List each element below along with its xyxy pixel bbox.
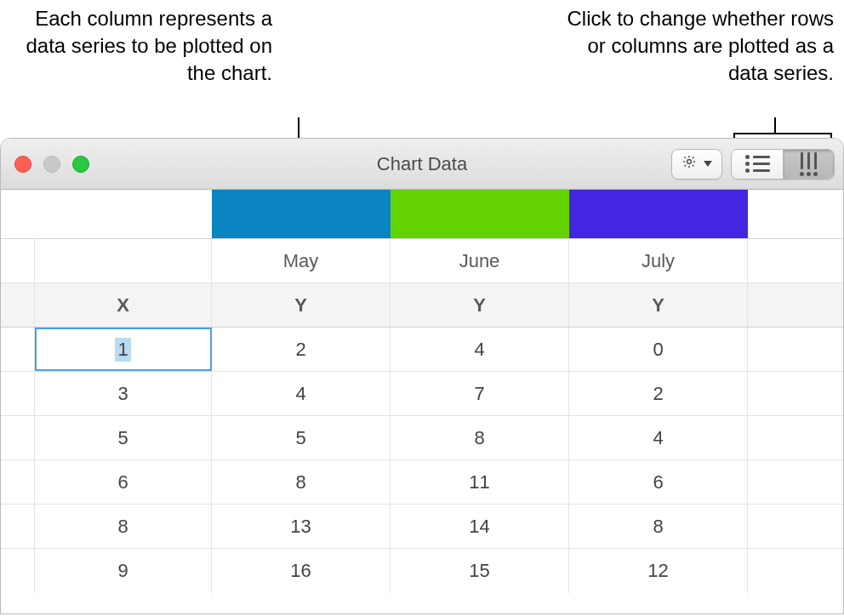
table-row: 5584 xyxy=(1,416,843,460)
row-handle[interactable] xyxy=(1,460,35,504)
empty-cell xyxy=(748,239,843,282)
x-axis-header[interactable]: X xyxy=(35,283,212,327)
y-value-cell[interactable]: 8 xyxy=(569,505,748,548)
row-handle[interactable] xyxy=(1,283,35,327)
table-row: 3472 xyxy=(1,372,843,416)
window-minimize-button[interactable] xyxy=(43,156,60,173)
empty-cell xyxy=(748,549,843,593)
series-orientation-toggle xyxy=(731,149,835,180)
x-value-cell[interactable]: 8 xyxy=(35,505,212,548)
y-value-cell[interactable]: 8 xyxy=(391,416,569,459)
y-value-cell[interactable]: 2 xyxy=(212,328,391,371)
series-color-swatch[interactable] xyxy=(212,190,391,238)
row-handle[interactable] xyxy=(1,190,35,238)
plot-columns-button[interactable] xyxy=(783,150,834,179)
columns-icon xyxy=(800,152,818,176)
window-titlebar: Chart Data xyxy=(1,139,843,190)
callout-leader xyxy=(774,117,776,133)
row-handle[interactable] xyxy=(1,505,35,548)
toolbar-right-group xyxy=(671,149,835,180)
y-value-cell[interactable]: 14 xyxy=(391,505,569,548)
y-value-cell[interactable]: 0 xyxy=(569,328,748,371)
empty-cell xyxy=(748,328,843,371)
settings-menu-button[interactable] xyxy=(671,149,722,180)
x-value-cell[interactable]: 9 xyxy=(35,549,212,593)
window-close-button[interactable] xyxy=(14,156,31,173)
y-value-cell[interactable]: 5 xyxy=(212,416,391,459)
chart-data-table: May June July X Y Y Y 124034725584681168… xyxy=(1,190,843,613)
series-color-swatch[interactable] xyxy=(391,190,569,238)
y-axis-header[interactable]: Y xyxy=(391,283,569,327)
row-handle[interactable] xyxy=(1,372,35,415)
empty-cell xyxy=(748,505,843,548)
y-value-cell[interactable]: 4 xyxy=(212,372,391,415)
plot-rows-button[interactable] xyxy=(732,150,783,179)
y-value-cell[interactable]: 16 xyxy=(212,549,391,593)
empty-cell xyxy=(748,416,843,459)
y-axis-header[interactable]: Y xyxy=(569,283,748,327)
y-value-cell[interactable]: 15 xyxy=(391,549,569,593)
y-value-cell[interactable]: 11 xyxy=(391,460,569,504)
y-axis-header[interactable]: Y xyxy=(212,283,391,327)
series-color-row xyxy=(1,190,843,239)
callout-column-series: Each column represents a data series to … xyxy=(17,5,272,87)
table-row: 68116 xyxy=(1,460,843,505)
rows-icon xyxy=(745,155,770,173)
row-handle[interactable] xyxy=(1,328,35,371)
empty-cell xyxy=(748,190,843,238)
chevron-down-icon xyxy=(704,161,712,167)
gear-icon xyxy=(681,154,697,174)
x-value-cell[interactable]: 1 xyxy=(35,328,212,371)
series-label-row: May June July xyxy=(1,239,843,283)
callout-leader xyxy=(733,133,832,134)
axis-label-row: X Y Y Y xyxy=(1,283,843,328)
blank-header[interactable] xyxy=(35,190,212,238)
annotation-callouts: Each column represents a data series to … xyxy=(0,0,844,138)
y-value-cell[interactable]: 2 xyxy=(569,372,748,415)
table-row: 9161512 xyxy=(1,549,843,593)
empty-cell xyxy=(748,460,843,504)
callout-orientation: Click to change whether rows or columns … xyxy=(562,5,834,87)
row-handle[interactable] xyxy=(1,416,35,459)
y-value-cell[interactable]: 12 xyxy=(569,549,748,593)
y-value-cell[interactable]: 7 xyxy=(391,372,569,415)
window-zoom-button[interactable] xyxy=(72,156,89,173)
window-traffic-lights xyxy=(14,156,89,173)
empty-cell xyxy=(748,283,843,327)
y-value-cell[interactable]: 4 xyxy=(391,328,569,371)
x-value-cell[interactable]: 3 xyxy=(35,372,212,415)
table-row: 1240 xyxy=(1,328,843,372)
data-rows: 124034725584681168131489161512 xyxy=(1,328,843,593)
series-label[interactable]: July xyxy=(569,239,748,282)
y-value-cell[interactable]: 4 xyxy=(569,416,748,459)
svg-point-0 xyxy=(687,160,692,164)
y-value-cell[interactable]: 8 xyxy=(212,460,391,504)
chart-data-window: Chart Data xyxy=(0,138,844,614)
empty-cell xyxy=(748,372,843,415)
series-label[interactable]: May xyxy=(212,239,391,282)
series-label[interactable]: June xyxy=(391,239,569,282)
x-value-cell[interactable]: 6 xyxy=(35,460,212,504)
x-value-cell[interactable]: 5 xyxy=(35,416,212,459)
row-handle[interactable] xyxy=(1,549,35,593)
table-row: 813148 xyxy=(1,505,843,549)
y-value-cell[interactable]: 13 xyxy=(212,505,391,548)
row-handle[interactable] xyxy=(1,239,35,282)
series-color-swatch[interactable] xyxy=(569,190,748,238)
blank-header[interactable] xyxy=(35,239,212,282)
y-value-cell[interactable]: 6 xyxy=(569,460,748,504)
